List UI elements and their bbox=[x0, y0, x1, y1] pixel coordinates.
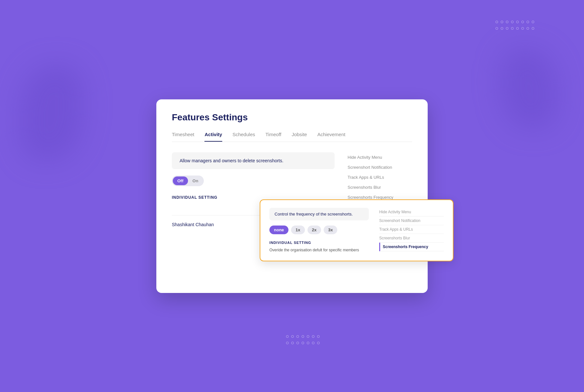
dots-decoration-top bbox=[494, 19, 536, 32]
tooltip-nav-screenshot-notif[interactable]: Screenshort Notification bbox=[379, 216, 444, 225]
page-title: Features Settings bbox=[172, 112, 412, 123]
tab-achievement[interactable]: Achievement bbox=[317, 132, 345, 142]
toggle-on[interactable]: On bbox=[188, 176, 203, 185]
main-toggle[interactable]: Off On bbox=[172, 176, 204, 186]
tooltip-popup: Control the frequency of the screenshort… bbox=[260, 199, 454, 261]
tooltip-right: Hide Activity Menu Screenshort Notificat… bbox=[379, 208, 444, 253]
tooltip-nav-screenshots-blur[interactable]: Screenshorts Blur bbox=[379, 234, 444, 243]
freq-1x[interactable]: 1x bbox=[291, 226, 305, 234]
sidebar-item-screenshot-notif[interactable]: Screenshort Notification bbox=[348, 162, 412, 172]
toggle-off[interactable]: Off bbox=[173, 176, 188, 185]
tab-timeoff[interactable]: Timeoff bbox=[266, 132, 281, 142]
frequency-options: none 1x 2x 3x bbox=[269, 226, 369, 234]
member-name: Shashikant Chauhan bbox=[172, 222, 214, 227]
tooltip-nav-screenshots-freq[interactable]: Screenshorts Frequency bbox=[379, 243, 444, 251]
sidebar-item-track-apps[interactable]: Track Apps & URLs bbox=[348, 172, 412, 182]
tooltip-nav-track-apps[interactable]: Track Apps & URLs bbox=[379, 225, 444, 234]
tab-timesheet[interactable]: Timesheet bbox=[172, 132, 194, 142]
main-card: Features Settings Timesheet Activity Sch… bbox=[156, 99, 428, 293]
freq-3x[interactable]: 3x bbox=[324, 226, 337, 234]
individual-setting-label: INDIVIDUAL SETTING bbox=[172, 195, 335, 200]
sidebar-item-screenshots-blur[interactable]: Screenshorts Blur bbox=[348, 182, 412, 192]
freq-none[interactable]: none bbox=[269, 226, 288, 234]
dots-decoration-bottom bbox=[285, 334, 321, 347]
tab-schedules[interactable]: Schedules bbox=[233, 132, 255, 142]
frequency-description: Control the frequency of the screenshort… bbox=[269, 208, 369, 220]
tooltip-nav-hide-activity[interactable]: Hide Activity Menu bbox=[379, 208, 444, 216]
tooltip-individual-label: INDIVIDUAL SETTING bbox=[269, 241, 369, 245]
setting-description-box: Allow managers and owners to delete scre… bbox=[172, 152, 335, 169]
tab-jobsite[interactable]: Jobsite bbox=[292, 132, 307, 142]
tooltip-left: Control the frequency of the screenshort… bbox=[269, 208, 369, 253]
sidebar-item-hide-activity[interactable]: Hide Activity Menu bbox=[348, 152, 412, 162]
freq-2x[interactable]: 2x bbox=[308, 226, 321, 234]
tabs-bar: Timesheet Activity Schedules Timeoff Job… bbox=[172, 132, 412, 142]
tooltip-individual-desc: Overide the organisation defult for spec… bbox=[269, 247, 369, 253]
tab-activity[interactable]: Activity bbox=[204, 132, 222, 142]
main-toggle-row: Off On bbox=[172, 176, 335, 186]
